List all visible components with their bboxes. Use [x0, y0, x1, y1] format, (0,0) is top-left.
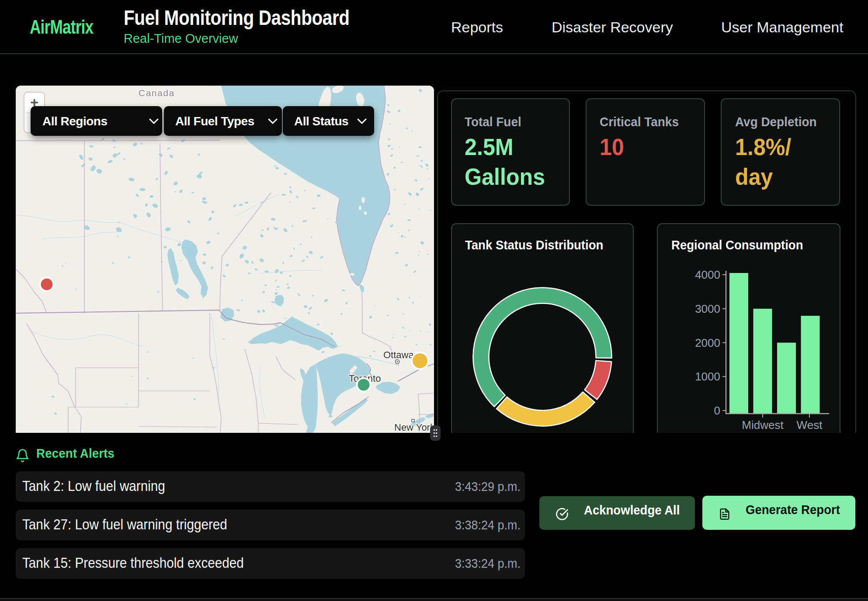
svg-text:1000: 1000: [695, 370, 720, 383]
svg-text:Midwest: Midwest: [742, 418, 784, 432]
svg-text:Ottawa: Ottawa: [383, 349, 414, 360]
svg-text:4000: 4000: [695, 268, 720, 281]
svg-text:2000: 2000: [695, 336, 720, 349]
svg-text:3000: 3000: [695, 302, 720, 315]
svg-text:0: 0: [714, 404, 720, 417]
svg-text:West: West: [797, 418, 823, 432]
svg-text:Canada: Canada: [139, 88, 175, 98]
svg-text:New York: New York: [394, 422, 434, 433]
